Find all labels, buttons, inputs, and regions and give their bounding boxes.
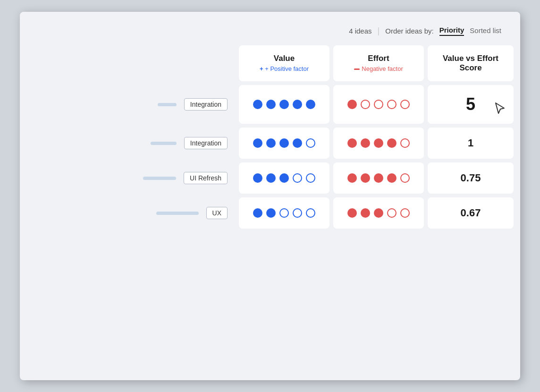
dot <box>400 208 410 218</box>
score-cell-1[interactable]: 5 <box>428 85 514 124</box>
value-subtitle-text: + Positive factor <box>265 65 309 72</box>
dot <box>253 173 262 183</box>
dot <box>400 100 410 109</box>
effort-cell-3 <box>333 162 424 194</box>
table-row: UI Refresh <box>34 162 506 194</box>
dot <box>400 138 410 148</box>
value-cell-3 <box>239 162 329 194</box>
row-label-1: Integration <box>184 98 228 111</box>
dot <box>293 208 302 218</box>
dot <box>279 138 289 148</box>
dot <box>266 100 276 109</box>
grid-header: Value + + Positive factor Effort Negativ… <box>34 45 506 81</box>
order-label: Order ideas by: <box>385 27 434 35</box>
dot <box>293 138 302 148</box>
row-left-3: UI Refresh <box>34 162 237 194</box>
dot <box>387 173 397 183</box>
priority-option[interactable]: Priority <box>439 26 464 36</box>
sorted-list-option[interactable]: Sorted list <box>470 26 501 35</box>
top-bar: 4 ideas | Order ideas by: Priority Sorte… <box>20 21 520 45</box>
value-dots-4 <box>253 208 315 218</box>
dot <box>347 100 357 109</box>
table-row: Integration <box>34 85 506 124</box>
effort-cell-4 <box>333 197 424 229</box>
dot <box>293 173 302 183</box>
value-cell-1 <box>239 85 329 124</box>
value-dots-3 <box>253 173 315 183</box>
header-score: Value vs Effort Score <box>428 45 514 81</box>
row-left-2: Integration <box>34 128 237 159</box>
value-dots-2 <box>253 138 315 148</box>
value-header-subtitle: + + Positive factor <box>248 65 320 72</box>
dot <box>400 173 410 183</box>
score-cell-2: 1 <box>428 128 514 159</box>
dot <box>387 208 397 218</box>
dot <box>361 173 370 183</box>
dot <box>279 208 289 218</box>
dot <box>279 173 289 183</box>
value-dots-1 <box>253 100 315 109</box>
effort-subtitle-text: Negative factor <box>362 65 403 72</box>
dot <box>293 100 302 109</box>
dot <box>374 173 383 183</box>
table-row: Integration <box>34 128 506 159</box>
row-label-4: UX <box>206 207 228 219</box>
dot <box>347 208 357 218</box>
dot <box>387 100 397 109</box>
divider: | <box>378 26 380 36</box>
value-cell-4 <box>239 197 329 229</box>
dot <box>266 208 276 218</box>
effort-dots-4 <box>347 208 410 218</box>
main-window: 4 ideas | Order ideas by: Priority Sorte… <box>20 12 520 380</box>
score-cell-4: 0.67 <box>428 197 514 229</box>
dot <box>374 138 383 148</box>
dot <box>306 100 315 109</box>
dot <box>361 208 370 218</box>
row-left-4: UX <box>34 197 237 229</box>
score-value-1: 5 <box>466 94 475 114</box>
dot <box>374 100 383 109</box>
header-effort: Effort Negative factor <box>333 45 424 81</box>
row-label-2: Integration <box>184 137 228 149</box>
dot <box>387 138 397 148</box>
effort-dots-2 <box>347 138 410 148</box>
score-value-2: 1 <box>468 137 473 149</box>
score-value-4: 0.67 <box>461 207 481 219</box>
dot <box>253 208 262 218</box>
ideas-count: 4 ideas <box>349 27 371 35</box>
value-header-title: Value <box>248 54 320 63</box>
dot <box>361 100 370 109</box>
dot <box>361 138 370 148</box>
value-cell-2 <box>239 128 329 159</box>
score-header-title: Value vs Effort Score <box>437 54 504 73</box>
dot <box>347 173 357 183</box>
table-row: UX 0 <box>34 197 506 229</box>
grid-container: Value + + Positive factor Effort Negativ… <box>20 45 520 229</box>
effort-dots-1 <box>347 100 410 109</box>
dot <box>306 208 315 218</box>
dot <box>347 138 357 148</box>
dot <box>306 173 315 183</box>
effort-dots-3 <box>347 173 410 183</box>
cursor-icon <box>495 102 505 117</box>
effort-header-title: Effort <box>343 54 414 63</box>
dot <box>374 208 383 218</box>
dot <box>266 138 276 148</box>
dot <box>306 138 315 148</box>
row-label-3: UI Refresh <box>184 172 228 184</box>
score-cell-3: 0.75 <box>428 162 514 194</box>
dot <box>253 138 262 148</box>
dot <box>266 173 276 183</box>
effort-cell-1 <box>333 85 424 124</box>
dot <box>253 100 262 109</box>
score-value-3: 0.75 <box>461 172 481 184</box>
header-blank <box>36 45 235 81</box>
header-value: Value + + Positive factor <box>239 45 329 81</box>
row-left-1: Integration <box>34 85 237 124</box>
effort-header-subtitle: Negative factor <box>343 65 414 72</box>
dot <box>279 100 289 109</box>
effort-cell-2 <box>333 128 424 159</box>
